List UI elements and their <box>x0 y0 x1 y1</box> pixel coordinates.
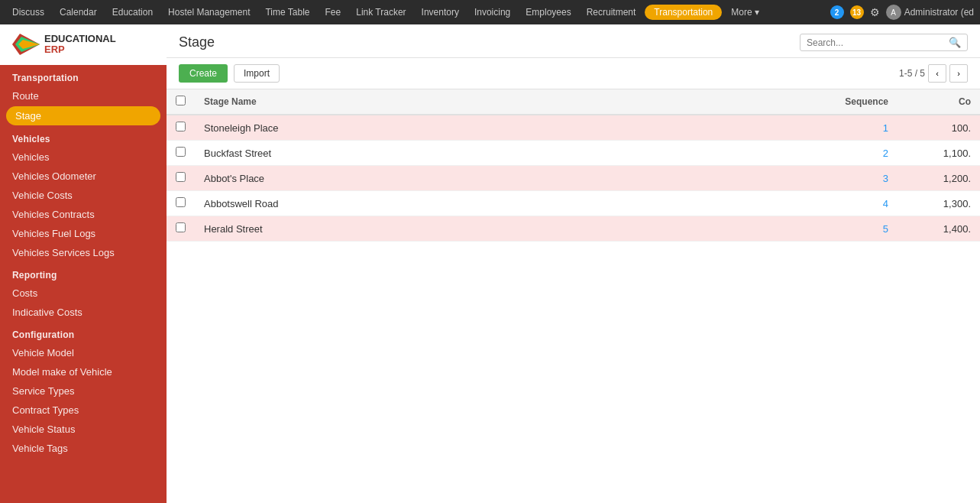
avatar: A <box>886 5 901 20</box>
sidebar-item-vehicles[interactable]: Vehicles <box>0 148 167 167</box>
sidebar-item-vehicles-contracts[interactable]: Vehicles Contracts <box>0 205 167 224</box>
stage-table: Stage Name Sequence Co Stoneleigh Place … <box>167 89 980 242</box>
sidebar-item-contract-types[interactable]: Contract Types <box>0 401 167 420</box>
nav-item-more[interactable]: More ▾ <box>725 4 765 21</box>
nav-item-discuss[interactable]: Discuss <box>6 4 50 21</box>
pagination-prev[interactable]: ‹ <box>928 64 946 83</box>
nav-item-invoicing[interactable]: Invoicing <box>468 4 516 21</box>
sidebar-item-costs[interactable]: Costs <box>0 284 167 303</box>
pagination: 1-5 / 5 ‹ › <box>899 64 968 83</box>
nav-item-calendar[interactable]: Calendar <box>53 4 103 21</box>
sidebar-item-stage[interactable]: Stage <box>6 106 160 125</box>
nav-item-recruitment[interactable]: Recruitment <box>581 4 642 21</box>
settings-icon[interactable]: ⚙ <box>870 6 880 18</box>
row-sequence: 5 <box>766 216 919 242</box>
row-stage-name: Buckfast Street <box>195 141 766 166</box>
sidebar-item-vehicle-tags[interactable]: Vehicle Tags <box>0 439 167 458</box>
row-checkbox-3[interactable] <box>176 172 186 182</box>
content-area: Stage 🔍 Create Import 1-5 / 5 ‹ › <box>167 24 980 503</box>
row-stage-name: Abbot's Place <box>195 166 766 191</box>
create-button[interactable]: Create <box>179 64 228 83</box>
section-reporting: Reporting <box>0 262 167 284</box>
row-checkbox-1[interactable] <box>176 122 186 131</box>
sidebar-item-vehicles-services-logs[interactable]: Vehicles Services Logs <box>0 243 167 262</box>
row-stage-name: Abbotswell Road <box>195 191 766 216</box>
table-header-row: Stage Name Sequence Co <box>167 89 980 115</box>
logo-text: EDUCATIONAL ERP <box>44 34 116 56</box>
toolbar: Create Import 1-5 / 5 ‹ › <box>167 58 980 89</box>
row-cost: 1,100. <box>919 141 980 166</box>
section-configuration: Configuration <box>0 322 167 343</box>
row-stage-name: Stoneleigh Place <box>195 115 766 141</box>
sidebar-item-route[interactable]: Route <box>0 86 167 105</box>
row-sequence: 3 <box>766 166 919 191</box>
sidebar: EDUCATIONAL ERP Transportation Route Sta… <box>0 24 167 503</box>
pagination-next[interactable]: › <box>949 64 968 83</box>
sidebar-item-vehicle-costs[interactable]: Vehicle Costs <box>0 186 167 205</box>
nav-item-timetable[interactable]: Time Table <box>259 4 315 21</box>
nav-item-transportation[interactable]: Transportation <box>645 5 722 20</box>
sidebar-item-model-make[interactable]: Model make of Vehicle <box>0 362 167 381</box>
row-cost: 1,400. <box>919 216 980 242</box>
pagination-label: 1-5 / 5 <box>899 68 925 79</box>
notification-badge[interactable]: 13 <box>850 5 864 19</box>
sidebar-item-service-types[interactable]: Service Types <box>0 381 167 401</box>
row-checkbox-5[interactable] <box>176 222 186 232</box>
row-checkbox-cell <box>167 191 195 216</box>
row-sequence: 1 <box>766 115 919 141</box>
select-all-checkbox[interactable] <box>176 96 186 105</box>
import-button[interactable]: Import <box>234 64 280 83</box>
top-nav-right: 2 13 ⚙ A Administrator (ed <box>830 5 974 20</box>
sidebar-item-vehicles-fuel-logs[interactable]: Vehicles Fuel Logs <box>0 224 167 243</box>
row-cost: 1,200. <box>919 166 980 191</box>
table-row[interactable]: Abbot's Place 3 1,200. <box>167 166 980 191</box>
row-checkbox-4[interactable] <box>176 197 186 207</box>
row-cost: 1,300. <box>919 191 980 216</box>
top-navigation: Discuss Calendar Education Hostel Manage… <box>0 0 980 24</box>
row-checkbox-cell <box>167 166 195 191</box>
nav-item-education[interactable]: Education <box>106 4 159 21</box>
sidebar-item-vehicle-model[interactable]: Vehicle Model <box>0 343 167 362</box>
row-checkbox-cell <box>167 141 195 166</box>
row-stage-name: Herald Street <box>195 216 766 242</box>
table-row[interactable]: Buckfast Street 2 1,100. <box>167 141 980 166</box>
nav-item-employees[interactable]: Employees <box>519 4 577 21</box>
logo-area[interactable]: EDUCATIONAL ERP <box>0 24 167 65</box>
table-row[interactable]: Stoneleigh Place 1 100. <box>167 115 980 141</box>
row-checkbox-cell <box>167 216 195 242</box>
nav-item-hostel[interactable]: Hostel Management <box>162 4 256 21</box>
section-transportation: Transportation <box>0 65 167 86</box>
row-cost: 100. <box>919 115 980 141</box>
header-stage-name[interactable]: Stage Name <box>195 89 766 115</box>
sidebar-item-vehicles-odometer[interactable]: Vehicles Odometer <box>0 167 167 186</box>
header-sequence[interactable]: Sequence <box>766 89 919 115</box>
page-header: Stage 🔍 <box>167 24 980 58</box>
sidebar-item-vehicle-status[interactable]: Vehicle Status <box>0 420 167 439</box>
admin-menu[interactable]: A Administrator (ed <box>886 5 974 20</box>
search-input[interactable] <box>807 37 949 48</box>
main-layout: EDUCATIONAL ERP Transportation Route Sta… <box>0 24 980 503</box>
row-checkbox-cell <box>167 115 195 141</box>
logo-icon <box>12 34 40 55</box>
header-checkbox-cell <box>167 89 195 115</box>
message-badge[interactable]: 2 <box>830 5 844 19</box>
table-row[interactable]: Abbotswell Road 4 1,300. <box>167 191 980 216</box>
header-co[interactable]: Co <box>919 89 980 115</box>
nav-item-linktracker[interactable]: Link Tracker <box>350 4 412 21</box>
table-container: Stage Name Sequence Co Stoneleigh Place … <box>167 89 980 503</box>
search-box[interactable]: 🔍 <box>800 34 968 51</box>
row-sequence: 4 <box>766 191 919 216</box>
page-title: Stage <box>179 34 215 50</box>
table-row[interactable]: Herald Street 5 1,400. <box>167 216 980 242</box>
nav-item-fee[interactable]: Fee <box>319 4 348 21</box>
search-icon: 🔍 <box>949 37 961 48</box>
section-vehicles: Vehicles <box>0 126 167 148</box>
admin-label-text: Administrator (ed <box>904 7 974 18</box>
sidebar-item-indicative-costs[interactable]: Indicative Costs <box>0 303 167 322</box>
row-sequence: 2 <box>766 141 919 166</box>
nav-item-inventory[interactable]: Inventory <box>416 4 465 21</box>
row-checkbox-2[interactable] <box>176 147 186 157</box>
